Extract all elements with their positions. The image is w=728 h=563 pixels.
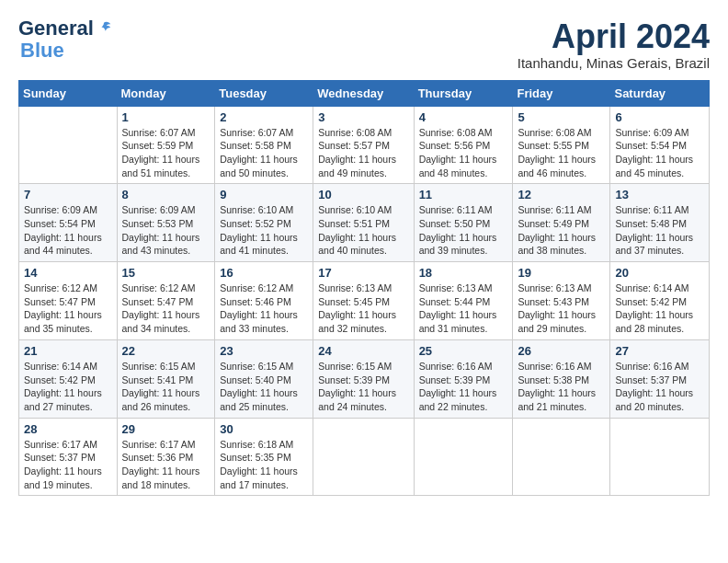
day-number: 28	[24, 422, 112, 436]
day-number: 26	[518, 344, 605, 358]
day-number: 1	[122, 110, 210, 124]
calendar-cell	[513, 418, 610, 496]
calendar-cell: 29Sunrise: 6:17 AMSunset: 5:36 PMDayligh…	[117, 418, 215, 496]
day-info: Sunrise: 6:14 AMSunset: 5:42 PMDaylight:…	[24, 360, 112, 414]
calendar-cell: 18Sunrise: 6:13 AMSunset: 5:44 PMDayligh…	[414, 262, 513, 340]
day-number: 12	[518, 188, 605, 201]
day-number: 5	[518, 110, 605, 124]
day-info: Sunrise: 6:10 AMSunset: 5:51 PMDaylight:…	[318, 203, 408, 258]
calendar-cell: 24Sunrise: 6:15 AMSunset: 5:39 PMDayligh…	[313, 339, 414, 418]
day-info: Sunrise: 6:09 AMSunset: 5:54 PMDaylight:…	[24, 203, 112, 258]
day-info: Sunrise: 6:15 AMSunset: 5:39 PMDaylight:…	[318, 360, 408, 414]
day-number: 13	[615, 188, 704, 201]
day-info: Sunrise: 6:09 AMSunset: 5:54 PMDaylight:…	[615, 126, 704, 180]
day-info: Sunrise: 6:12 AMSunset: 5:47 PMDaylight:…	[24, 282, 112, 336]
day-info: Sunrise: 6:12 AMSunset: 5:47 PMDaylight:…	[122, 282, 210, 336]
calendar-week-row: 21Sunrise: 6:14 AMSunset: 5:42 PMDayligh…	[19, 339, 710, 418]
day-number: 8	[122, 188, 210, 201]
calendar-cell: 2Sunrise: 6:07 AMSunset: 5:58 PMDaylight…	[215, 106, 313, 184]
calendar-header-saturday: Saturday	[610, 80, 710, 106]
day-info: Sunrise: 6:11 AMSunset: 5:48 PMDaylight:…	[615, 203, 704, 258]
calendar-cell	[414, 418, 513, 496]
calendar-week-row: 7Sunrise: 6:09 AMSunset: 5:54 PMDaylight…	[19, 184, 710, 262]
calendar-cell: 15Sunrise: 6:12 AMSunset: 5:47 PMDayligh…	[117, 262, 215, 340]
calendar-cell: 23Sunrise: 6:15 AMSunset: 5:40 PMDayligh…	[215, 339, 313, 418]
day-number: 6	[615, 110, 704, 124]
logo-blue-text: Blue	[20, 39, 64, 62]
calendar-cell: 21Sunrise: 6:14 AMSunset: 5:42 PMDayligh…	[19, 339, 118, 418]
day-info: Sunrise: 6:14 AMSunset: 5:42 PMDaylight:…	[615, 282, 704, 336]
calendar-week-row: 14Sunrise: 6:12 AMSunset: 5:47 PMDayligh…	[19, 262, 710, 340]
day-number: 7	[24, 188, 112, 201]
calendar-cell: 10Sunrise: 6:10 AMSunset: 5:51 PMDayligh…	[313, 184, 414, 262]
page-header: General Blue April 2024 Itanhandu, Minas…	[18, 18, 710, 71]
day-info: Sunrise: 6:13 AMSunset: 5:45 PMDaylight:…	[318, 282, 408, 336]
title-area: April 2024 Itanhandu, Minas Gerais, Braz…	[518, 18, 710, 71]
calendar-header-row: SundayMondayTuesdayWednesdayThursdayFrid…	[19, 80, 710, 106]
day-number: 25	[419, 344, 508, 358]
day-info: Sunrise: 6:08 AMSunset: 5:57 PMDaylight:…	[318, 126, 408, 180]
day-info: Sunrise: 6:11 AMSunset: 5:49 PMDaylight:…	[518, 203, 605, 258]
day-number: 14	[24, 266, 112, 280]
location-text: Itanhandu, Minas Gerais, Brazil	[518, 55, 710, 71]
day-info: Sunrise: 6:13 AMSunset: 5:43 PMDaylight:…	[518, 282, 605, 336]
calendar-week-row: 1Sunrise: 6:07 AMSunset: 5:59 PMDaylight…	[19, 106, 710, 184]
day-info: Sunrise: 6:18 AMSunset: 5:35 PMDaylight:…	[220, 438, 308, 492]
day-info: Sunrise: 6:15 AMSunset: 5:41 PMDaylight:…	[122, 360, 210, 414]
calendar-cell: 28Sunrise: 6:17 AMSunset: 5:37 PMDayligh…	[19, 418, 118, 496]
day-info: Sunrise: 6:12 AMSunset: 5:46 PMDaylight:…	[220, 282, 308, 336]
day-number: 17	[318, 266, 408, 280]
day-number: 15	[122, 266, 210, 280]
day-info: Sunrise: 6:16 AMSunset: 5:38 PMDaylight:…	[518, 360, 605, 414]
day-number: 21	[24, 344, 112, 358]
calendar-cell: 7Sunrise: 6:09 AMSunset: 5:54 PMDaylight…	[19, 184, 118, 262]
day-info: Sunrise: 6:11 AMSunset: 5:50 PMDaylight:…	[419, 203, 508, 258]
calendar-cell: 27Sunrise: 6:16 AMSunset: 5:37 PMDayligh…	[610, 339, 710, 418]
day-info: Sunrise: 6:16 AMSunset: 5:39 PMDaylight:…	[419, 360, 508, 414]
day-number: 9	[220, 188, 308, 201]
day-number: 23	[220, 344, 308, 358]
calendar-header-friday: Friday	[513, 80, 610, 106]
month-title: April 2024	[518, 18, 710, 55]
calendar-cell: 9Sunrise: 6:10 AMSunset: 5:52 PMDaylight…	[215, 184, 313, 262]
calendar-cell: 6Sunrise: 6:09 AMSunset: 5:54 PMDaylight…	[610, 106, 710, 184]
day-info: Sunrise: 6:17 AMSunset: 5:36 PMDaylight:…	[122, 438, 210, 492]
logo-general-text: General	[18, 18, 94, 39]
calendar-cell: 5Sunrise: 6:08 AMSunset: 5:55 PMDaylight…	[513, 106, 610, 184]
day-info: Sunrise: 6:08 AMSunset: 5:55 PMDaylight:…	[518, 126, 605, 180]
day-number: 18	[419, 266, 508, 280]
calendar-cell: 8Sunrise: 6:09 AMSunset: 5:53 PMDaylight…	[117, 184, 215, 262]
calendar-cell	[19, 106, 118, 184]
day-info: Sunrise: 6:13 AMSunset: 5:44 PMDaylight:…	[419, 282, 508, 336]
calendar-week-row: 28Sunrise: 6:17 AMSunset: 5:37 PMDayligh…	[19, 418, 710, 496]
day-number: 27	[615, 344, 704, 358]
calendar-cell: 4Sunrise: 6:08 AMSunset: 5:56 PMDaylight…	[414, 106, 513, 184]
day-number: 29	[122, 422, 210, 436]
calendar-cell: 25Sunrise: 6:16 AMSunset: 5:39 PMDayligh…	[414, 339, 513, 418]
day-info: Sunrise: 6:15 AMSunset: 5:40 PMDaylight:…	[220, 360, 308, 414]
day-info: Sunrise: 6:09 AMSunset: 5:53 PMDaylight:…	[122, 203, 210, 258]
day-number: 24	[318, 344, 408, 358]
calendar-cell: 1Sunrise: 6:07 AMSunset: 5:59 PMDaylight…	[117, 106, 215, 184]
day-number: 2	[220, 110, 308, 124]
day-number: 11	[419, 188, 508, 201]
calendar-header-tuesday: Tuesday	[215, 80, 313, 106]
calendar-cell: 19Sunrise: 6:13 AMSunset: 5:43 PMDayligh…	[513, 262, 610, 340]
calendar-cell: 30Sunrise: 6:18 AMSunset: 5:35 PMDayligh…	[215, 418, 313, 496]
logo: General Blue	[18, 18, 112, 63]
day-number: 19	[518, 266, 605, 280]
day-number: 30	[220, 422, 308, 436]
calendar-table: SundayMondayTuesdayWednesdayThursdayFrid…	[18, 80, 710, 497]
day-number: 22	[122, 344, 210, 358]
calendar-cell: 22Sunrise: 6:15 AMSunset: 5:41 PMDayligh…	[117, 339, 215, 418]
calendar-cell	[610, 418, 710, 496]
day-info: Sunrise: 6:08 AMSunset: 5:56 PMDaylight:…	[419, 126, 508, 180]
calendar-header-monday: Monday	[117, 80, 215, 106]
calendar-cell: 11Sunrise: 6:11 AMSunset: 5:50 PMDayligh…	[414, 184, 513, 262]
day-info: Sunrise: 6:10 AMSunset: 5:52 PMDaylight:…	[220, 203, 308, 258]
calendar-header-thursday: Thursday	[414, 80, 513, 106]
calendar-cell: 20Sunrise: 6:14 AMSunset: 5:42 PMDayligh…	[610, 262, 710, 340]
day-info: Sunrise: 6:16 AMSunset: 5:37 PMDaylight:…	[615, 360, 704, 414]
calendar-cell: 14Sunrise: 6:12 AMSunset: 5:47 PMDayligh…	[19, 262, 118, 340]
calendar-header-sunday: Sunday	[19, 80, 118, 106]
